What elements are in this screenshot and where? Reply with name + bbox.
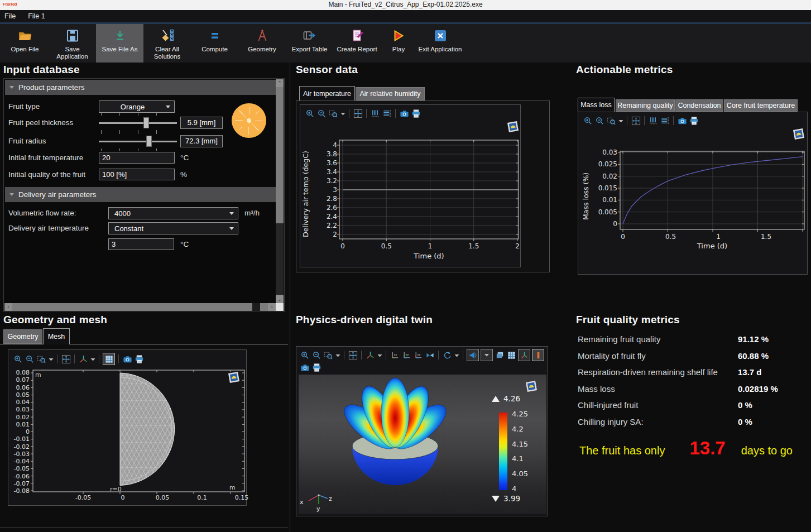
colorbar-ticks: 4.254.24.154.14.054 <box>512 410 528 493</box>
constant-temperature-input[interactable]: 3 <box>108 238 174 250</box>
sensor-y-label: Delivery air temp (degC) <box>301 138 310 250</box>
tab-air-temperature[interactable]: Air temperature <box>299 86 355 100</box>
flip-icon[interactable] <box>425 350 435 360</box>
constant-temperature-unit: °C <box>180 239 189 250</box>
export-table-button[interactable]: Export Table <box>286 24 333 63</box>
scrollbar-thumb[interactable] <box>276 223 284 295</box>
column-divider <box>290 63 290 532</box>
mesh-plot <box>8 350 247 506</box>
tab-core-fruit-temperature[interactable]: Core fruit temperature <box>724 99 798 112</box>
scroll-left-button[interactable]: ‹ <box>4 303 12 311</box>
sensor-y-ticks: 43.83.63.43.232.82.62.42.22 <box>314 141 337 239</box>
menu-file1[interactable]: File 1 <box>28 12 45 20</box>
axis-box-icon[interactable] <box>518 349 530 361</box>
colorbar-max: 4.26 <box>492 394 520 403</box>
initial-fruit-temperature-input[interactable]: 20 <box>99 152 175 164</box>
toolbar-separator <box>342 350 346 360</box>
volumetric-flow-rate-select[interactable]: 4000 <box>108 207 238 219</box>
chevron-down-icon <box>229 212 234 215</box>
scene-icon[interactable] <box>495 350 505 360</box>
geometry-icon <box>255 27 270 44</box>
orange-segments <box>235 107 263 135</box>
volumetric-flow-rate-unit: m³/h <box>244 208 260 219</box>
dropdown-box-icon[interactable] <box>481 349 493 361</box>
grid3d-icon[interactable] <box>506 350 516 360</box>
fruit-radius-label: Fruit radius <box>8 136 46 147</box>
camera-icon[interactable] <box>300 362 310 372</box>
delivery-air-temperature-label: Delivery air temperature <box>8 223 89 234</box>
metric-row: Mortality of fruit fly 60.88 % <box>578 348 807 365</box>
mesh-x-ticks: -0.0500.050.10.15 <box>72 494 253 501</box>
legend-box-icon[interactable] <box>532 349 544 361</box>
initial-quality-input[interactable]: 100 [%] <box>99 169 175 180</box>
metric-row: Remaining fruit quality 91.12 % <box>578 331 807 348</box>
twin-viewport[interactable]: 4.254.24.154.14.054 4.26 3.99 x y z <box>299 375 546 514</box>
save-application-icon <box>65 27 80 44</box>
save-application-button[interactable]: Save Application <box>49 24 96 63</box>
scrollbar-thumb[interactable] <box>252 303 260 311</box>
volumetric-flow-rate-label: Volumetric flow rate: <box>8 208 76 219</box>
zoom-box-icon[interactable] <box>323 350 333 360</box>
exit-application-button[interactable]: Exit Application <box>416 24 464 63</box>
massloss-x-ticks: 00.511.52 <box>612 233 811 241</box>
initial-quality-unit: % <box>180 169 187 180</box>
product-parameters-header[interactable]: Product parameters <box>5 80 276 95</box>
chevron-down-icon <box>166 106 170 108</box>
create-report-button[interactable]: Create Report <box>333 24 381 63</box>
shelf-life-message: The fruit has only 13.7 days to go <box>579 438 793 459</box>
scroll-right-button[interactable]: › <box>268 303 276 311</box>
fruit-peel-thickness-value[interactable]: 5.9 [mm] <box>180 117 223 129</box>
save-file-as-button[interactable]: Save File As <box>96 24 143 63</box>
menu-bar: File File 1 <box>0 10 811 22</box>
vertical-scrollbar[interactable]: ⌃ ⌄ <box>276 79 284 303</box>
max-marker-icon <box>492 396 500 402</box>
dropdown-icon[interactable] <box>377 350 382 360</box>
actionable-metrics-title: Actionable metrics <box>576 64 673 76</box>
rotate-icon[interactable] <box>442 350 452 360</box>
twin-toolbar-row2 <box>300 362 321 372</box>
tab-geometry[interactable]: Geometry <box>3 329 42 344</box>
view-xy-icon[interactable]: xy <box>390 350 400 360</box>
min-marker-icon <box>492 496 500 502</box>
delivery-air-parameters-header[interactable]: Delivery air parameters <box>5 187 276 202</box>
metric-row: Chilling injury SA: 0 % <box>578 414 807 430</box>
metric-row: Chill-injured fruit 0 % <box>578 397 807 414</box>
tab-air-relative-humidity[interactable]: Air relative humidity <box>356 87 425 100</box>
geometry-button[interactable]: Geometry <box>238 24 286 63</box>
initial-fruit-temperature-label: Initial fruit temperature <box>8 152 83 164</box>
clear-all-solutions-button[interactable]: Clear All Solutions <box>143 24 191 63</box>
title-bar: FruiTed Main - FruiTed_v2_Citrus_App_Exp… <box>0 0 811 10</box>
slider-handle[interactable] <box>146 136 152 147</box>
tab-mesh[interactable]: Mesh <box>43 328 70 344</box>
play-button[interactable]: Play <box>381 24 416 63</box>
view-xz-icon[interactable]: xz <box>413 350 423 360</box>
toolbar-separator <box>461 350 465 360</box>
fruit-peel-thickness-slider[interactable] <box>99 113 177 132</box>
dropdown-icon[interactable] <box>454 350 459 360</box>
speaker-box-icon[interactable] <box>467 349 479 361</box>
print-icon[interactable] <box>311 362 321 372</box>
fit-icon[interactable] <box>348 350 358 360</box>
massloss-x-label: Time (d) <box>620 242 804 250</box>
dropdown-icon[interactable] <box>335 350 340 360</box>
tab-mass-loss[interactable]: Mass loss <box>578 98 615 112</box>
fruit-type-select[interactable]: Orange <box>99 100 175 113</box>
scroll-down-button[interactable]: ⌄ <box>276 295 284 303</box>
delivery-air-temperature-select[interactable]: Constant <box>108 222 238 234</box>
zoom-out-icon[interactable] <box>311 350 321 360</box>
view-yz-icon[interactable]: yz <box>401 350 411 360</box>
menu-file[interactable]: File <box>4 12 16 20</box>
open-file-button[interactable]: Open File <box>1 24 49 63</box>
triad-icon[interactable] <box>365 350 375 360</box>
massloss-y-label: Mass loss (%) <box>582 157 590 235</box>
tab-condensation[interactable]: Condensation <box>675 99 723 112</box>
horizontal-scrollbar[interactable]: ‹ › <box>4 303 276 311</box>
compute-button[interactable]: Compute <box>191 24 238 63</box>
tab-remaining-quality[interactable]: Remaining quality <box>616 99 675 112</box>
metric-row: Respiration-driven remaining shelf life … <box>578 364 807 381</box>
zoom-in-icon[interactable] <box>300 350 310 360</box>
scroll-up-button[interactable]: ⌃ <box>276 79 284 87</box>
fruit-radius-slider[interactable] <box>99 132 177 151</box>
slider-handle[interactable] <box>143 117 149 128</box>
fruit-radius-value[interactable]: 72.3 [mm] <box>180 135 223 147</box>
